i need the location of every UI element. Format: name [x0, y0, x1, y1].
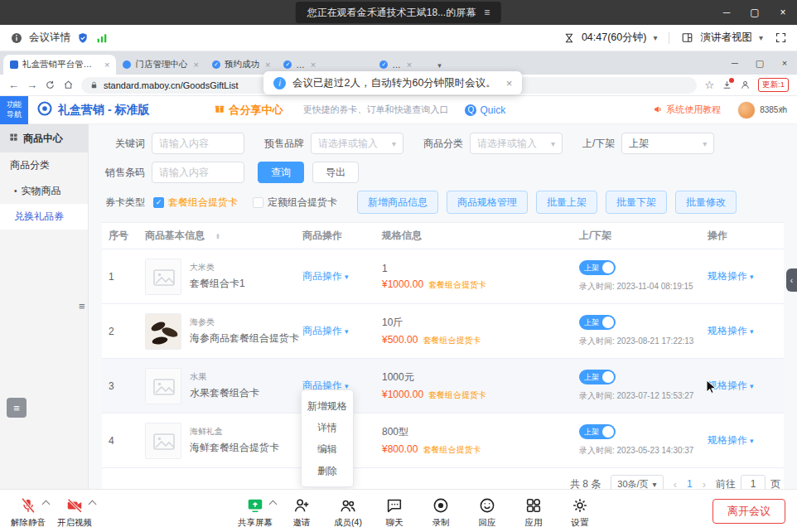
product-action-link[interactable]: 商品操作▾ [302, 269, 349, 283]
share-screen-button[interactable]: 共享屏幕 [232, 493, 278, 529]
reactions-button[interactable]: 回应 [464, 493, 510, 529]
shelf-toggle[interactable]: 上架 [579, 424, 616, 439]
watching-title: 您正在观看金禾通技术王斌18...的屏幕 [307, 6, 476, 20]
shelf-toggle[interactable]: 上架 [579, 260, 616, 275]
menu-item-detail[interactable]: 详情 [302, 417, 353, 438]
panel-collapse-icon[interactable]: » [780, 103, 784, 114]
security-shield-icon[interactable] [76, 31, 89, 45]
tutorial-link[interactable]: 系统使用教程 [653, 104, 721, 116]
product-category: 水果 [190, 371, 259, 383]
fullscreen-icon[interactable] [775, 31, 787, 44]
timer-chevron-icon[interactable]: ▾ [653, 33, 657, 42]
add-product-button[interactable]: 新增商品信息 [357, 191, 438, 214]
batch-on-shelf-button[interactable]: 批量上架 [536, 191, 597, 214]
settings-button[interactable]: 设置 [557, 493, 603, 529]
header-product-info[interactable]: 商品基本信息 ▲▼ [145, 229, 302, 243]
next-page-icon[interactable]: › [703, 478, 706, 490]
spec-manage-button[interactable]: 商品规格管理 [447, 191, 528, 214]
checkbox-fixed-card-label[interactable]: 定额组合提货卡 [268, 196, 337, 210]
start-video-button[interactable]: 开启视频 [51, 493, 98, 529]
tab-close-icon[interactable]: × [407, 60, 412, 70]
quick-search-link[interactable]: Q Quick [465, 104, 505, 116]
sidebar-drag-handle-icon[interactable]: ≡ [79, 300, 85, 312]
goto-page-input[interactable] [741, 475, 766, 489]
shelf-select[interactable]: 上架 ▾ [621, 133, 714, 154]
spec-action-link[interactable]: 规格操作▾ [708, 324, 754, 338]
mic-device-caret-icon[interactable] [42, 501, 51, 509]
sidebar-section-product-center[interactable]: 商品中心 [0, 124, 88, 152]
apps-button[interactable]: 应用 [510, 493, 557, 529]
browser-tab-1[interactable]: 礼盒营销平台管理中... × [3, 55, 116, 75]
category-select-placeholder: 请选择或输入 [477, 137, 537, 151]
banner-close-icon[interactable]: × [506, 77, 513, 89]
annotation-tools-button[interactable]: ≡ [7, 398, 27, 418]
refresh-icon[interactable] [45, 80, 56, 90]
browser-maximize-button[interactable]: ▢ [747, 51, 772, 75]
tab-close-icon[interactable]: × [265, 60, 270, 70]
browser-tab-2[interactable]: 门店管理中心 × [116, 55, 205, 75]
members-button[interactable]: 成员(4) [325, 493, 371, 529]
download-icon[interactable] [722, 80, 732, 90]
shelf-label: 上/下架 [582, 137, 615, 151]
page-size-select[interactable]: 30条/页 ▾ [611, 475, 663, 489]
sort-icons[interactable]: ▲▼ [215, 233, 220, 239]
menu-item-add-spec[interactable]: 新增规格 [302, 395, 353, 417]
browser-update-badge[interactable]: 更新:1 [758, 78, 789, 92]
forward-icon[interactable]: → [27, 79, 37, 91]
meeting-details-label[interactable]: 会议详情 [29, 31, 70, 45]
sidebar-item-label: 兑换礼品券 [14, 210, 64, 224]
chat-button[interactable]: 聊天 [371, 493, 418, 529]
prev-page-icon[interactable]: ‹ [674, 478, 677, 490]
browser-minimize-button[interactable]: ─ [722, 51, 747, 75]
batch-edit-button[interactable]: 批量修改 [675, 191, 737, 214]
sidebar-item-gift-voucher[interactable]: 兑换礼品券 [0, 204, 88, 230]
invite-button[interactable]: 邀请 [278, 493, 325, 529]
checkbox-combo-card-label[interactable]: 套餐组合提货卡 [168, 196, 238, 210]
export-button[interactable]: 导出 [312, 162, 359, 183]
checkbox-fixed-card[interactable] [253, 197, 263, 208]
checkbox-combo-card-checked[interactable]: ✓ [153, 197, 164, 208]
product-action-link[interactable]: 商品操作▾ [302, 324, 349, 338]
record-button[interactable]: 录制 [418, 493, 464, 529]
batch-off-shelf-button[interactable]: 批量下架 [606, 191, 667, 214]
tab-list-chevron-icon[interactable]: ▾ [437, 61, 442, 70]
current-page[interactable]: 1 [687, 478, 693, 489]
browser-close-button[interactable]: × [772, 51, 797, 75]
leave-meeting-button[interactable]: 离开会议 [712, 499, 785, 524]
close-button[interactable]: × [769, 0, 797, 25]
sidebar-item-physical-goods[interactable]: • 实物商品 [0, 178, 88, 204]
tab-close-icon[interactable]: × [311, 60, 316, 70]
barcode-input[interactable] [152, 162, 244, 183]
spec-action-link[interactable]: 规格操作▾ [708, 269, 754, 283]
share-center-link[interactable]: 合分享中心 [214, 103, 283, 118]
shelf-toggle[interactable]: 上架 [579, 370, 616, 384]
sidebar-item-product-category[interactable]: 商品分类 [0, 152, 88, 178]
function-nav-button[interactable]: 功能 导航 [0, 96, 28, 124]
meeting-info-icon[interactable] [10, 31, 23, 45]
menu-item-edit[interactable]: 编辑 [302, 438, 353, 460]
tab-close-icon[interactable]: × [193, 60, 198, 70]
brand-select[interactable]: 请选择或输入 ▾ [311, 133, 403, 154]
category-select[interactable]: 请选择或输入 ▾ [470, 133, 563, 154]
share-options-caret-icon[interactable] [269, 501, 278, 509]
network-signal-icon[interactable] [95, 31, 109, 45]
tab-close-icon[interactable]: × [104, 60, 109, 70]
menu-item-delete[interactable]: 删除 [302, 460, 353, 481]
shelf-toggle[interactable]: 上架 [579, 315, 616, 330]
camera-device-caret-icon[interactable] [89, 501, 97, 509]
view-mode-chevron-icon[interactable]: ▾ [759, 33, 763, 42]
keyword-input[interactable] [152, 133, 244, 154]
view-mode-label[interactable]: 演讲者视图 [700, 31, 752, 45]
unmute-button[interactable]: 解除静音 [5, 493, 51, 529]
maximize-button[interactable]: ▢ [741, 0, 769, 25]
member-panel-handle[interactable]: ‹ [786, 268, 797, 292]
back-icon[interactable]: ← [8, 79, 19, 91]
star-icon[interactable]: ☆ [704, 79, 714, 91]
avatar [737, 101, 756, 119]
home-icon[interactable] [63, 80, 74, 90]
minimize-button[interactable]: ─ [712, 0, 741, 25]
screen-menu-icon[interactable]: ≡ [484, 7, 490, 18]
profile-icon[interactable] [740, 80, 751, 90]
search-button[interactable]: 查询 [258, 162, 304, 183]
spec-action-link[interactable]: 规格操作▾ [708, 433, 754, 447]
